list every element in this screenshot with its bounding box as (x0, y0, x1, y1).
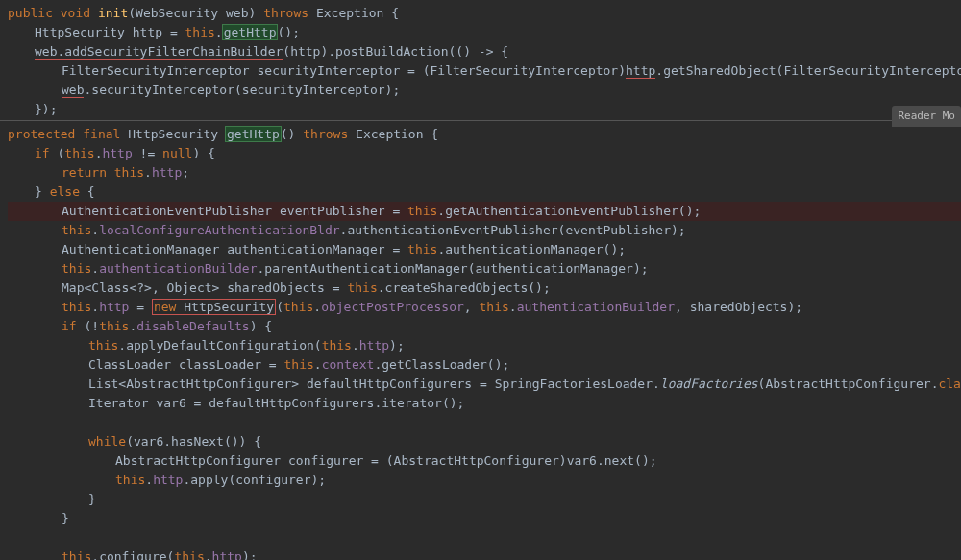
keyword: else (50, 184, 80, 199)
type: AuthenticationManager (62, 242, 219, 256)
field: http (99, 300, 129, 314)
type: Map<Class<?>, Object> (62, 280, 219, 295)
keyword: this (88, 338, 118, 353)
code-line[interactable]: AuthenticationManager authenticationMana… (8, 240, 961, 259)
code-line[interactable]: web.securityInterceptor(securityIntercep… (8, 81, 961, 100)
arg: eventPublisher (565, 223, 671, 237)
keyword: null (162, 146, 192, 160)
field: objectPostProcessor (321, 300, 464, 314)
keyword: this (114, 165, 144, 180)
type: HttpSecurity (128, 127, 218, 141)
code-line[interactable]: AbstractHttpConfigurer configurer = (Abs… (8, 451, 961, 471)
method-call: configure (99, 549, 166, 560)
code-line[interactable]: HttpSecurity http = this.getHttp(); (8, 23, 961, 42)
keyword: if (62, 319, 77, 333)
type: FilterSecurityInterceptor (783, 63, 961, 78)
type: FilterSecurityInterceptor (62, 63, 250, 78)
field: http (152, 165, 182, 180)
type: AbstractHttpConfigurer (765, 377, 930, 391)
code-line-highlighted[interactable]: AuthenticationEventPublisher eventPublis… (8, 202, 961, 221)
code-line[interactable]: this.http = new HttpSecurity(this.object… (8, 298, 961, 317)
code-line[interactable]: if (this.http != null) { (8, 144, 961, 163)
code-line[interactable]: } else { (8, 183, 961, 202)
code-line[interactable]: this.http.apply(configurer); (8, 471, 961, 490)
code-line[interactable]: } (8, 490, 961, 509)
param: web (226, 6, 248, 20)
field: http (212, 549, 242, 560)
method-call: createSharedObjects (385, 280, 529, 295)
editor-pane-top[interactable]: public void init(WebSecurity web) throws… (0, 0, 961, 121)
type: AbstractHttpConfigurer (394, 453, 559, 468)
code-line[interactable]: return this.http; (8, 163, 961, 183)
code-line[interactable]: ClassLoader classLoader = this.context.g… (8, 355, 961, 375)
var: sharedObjects (227, 280, 325, 295)
method-call: authenticationManager (445, 242, 603, 256)
method-call: apply (190, 473, 228, 487)
field: context (322, 357, 375, 372)
keyword: this (322, 338, 352, 353)
keyword: this (185, 25, 215, 39)
var: var6 (156, 396, 185, 410)
field: disableDefaults (136, 319, 249, 333)
type: List<AbstractHttpConfigurer> (88, 377, 299, 391)
reader-mode-badge[interactable]: Reader Mo (892, 106, 961, 127)
keyword: this (407, 204, 437, 218)
code-line[interactable]: Iterator var6 = defaultHttpConfigurers.i… (8, 394, 961, 413)
code-line[interactable]: this.configure(this.http); (8, 548, 961, 560)
code-line[interactable]: this.applyDefaultConfiguration(this.http… (8, 336, 961, 355)
method-call: loadFactories (660, 377, 758, 391)
code-line[interactable]: while(var6.hasNext()) { (8, 432, 961, 451)
keyword: void (61, 6, 90, 20)
code-line[interactable]: this.localConfigureAuthenticationBldr.au… (8, 221, 961, 240)
var: http (133, 25, 162, 39)
var: eventPublisher (280, 204, 385, 218)
editor-pane-bottom[interactable]: Reader Mo protected final HttpSecurity g… (0, 121, 961, 560)
blank-line (8, 528, 961, 548)
field: localConfigureAuthenticationBldr (99, 223, 339, 237)
code-line[interactable]: web.addSecurityFilterChainBuilder(http).… (8, 42, 961, 61)
code-line[interactable]: FilterSecurityInterceptor securityInterc… (8, 61, 961, 81)
keyword: this (62, 223, 91, 237)
type: AuthenticationEventPublisher (62, 204, 272, 218)
type: ClassLoader (88, 357, 171, 372)
code-line[interactable]: public void init(WebSecurity web) throws… (8, 4, 961, 23)
arg: securityInterceptor (242, 83, 385, 97)
code-line[interactable]: }); (8, 100, 961, 119)
code-line[interactable]: List<AbstractHttpConfigurer> defaultHttp… (8, 375, 961, 394)
code-line[interactable]: } (8, 509, 961, 528)
type: Exception (356, 127, 423, 141)
keyword: class (938, 377, 961, 391)
var: web (35, 44, 57, 59)
keyword: while (88, 434, 126, 449)
field: http (359, 338, 389, 353)
var-underlined: web (62, 83, 84, 98)
type: Iterator (88, 396, 149, 410)
keyword: this (62, 549, 91, 560)
method-call: securityInterceptor (91, 83, 234, 97)
code-line[interactable]: protected final HttpSecurity getHttp() t… (8, 125, 961, 144)
keyword: this (480, 300, 509, 314)
var: classLoader (179, 357, 261, 372)
method-call: addSecurityFilterChainBuilder (64, 44, 283, 59)
code-line[interactable]: Map<Class<?>, Object> sharedObjects = th… (8, 279, 961, 298)
type: AbstractHttpConfigurer (115, 453, 281, 468)
method-call: iterator (382, 396, 442, 410)
keyword: if (35, 146, 50, 160)
field: authenticationBuilder (99, 261, 257, 276)
type: FilterSecurityInterceptor (431, 63, 619, 78)
keyword: this (407, 242, 437, 256)
code-line[interactable]: if (!this.disableDefaults) { (8, 317, 961, 336)
var: var6 (134, 434, 163, 449)
keyword: new (154, 300, 176, 314)
method-name: init (98, 6, 128, 20)
keyword: throws (303, 127, 348, 141)
method-call: getAuthenticationEventPublisher (445, 204, 678, 218)
type: HttpSecurity (35, 25, 125, 39)
arg: authenticationManager (476, 261, 633, 276)
code-line[interactable]: this.authenticationBuilder.parentAuthent… (8, 259, 961, 279)
keyword: this (284, 357, 314, 372)
type: Exception (316, 6, 383, 20)
field: authenticationBuilder (517, 300, 675, 314)
method-call: authenticationEventPublisher (347, 223, 557, 237)
keyword: return (62, 165, 107, 180)
